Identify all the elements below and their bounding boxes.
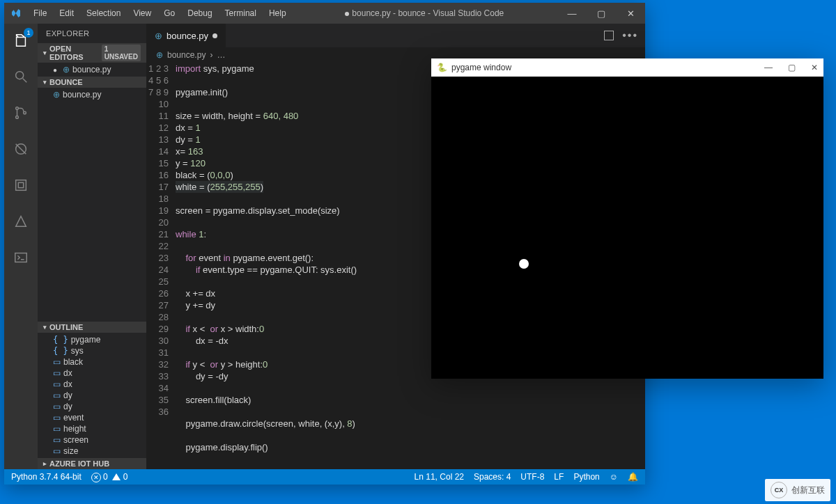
breadcrumb-sep: › — [210, 50, 212, 60]
outline-label: black — [63, 357, 83, 367]
python-file-icon: ⊕ — [53, 90, 60, 100]
split-editor-icon[interactable] — [604, 31, 614, 40]
svg-rect-7 — [15, 253, 27, 262]
watermark-logo-icon: CX — [771, 482, 787, 498]
search-icon[interactable] — [10, 65, 32, 88]
azure-icon[interactable] — [10, 210, 32, 233]
folder-head[interactable]: ▾ BOUNCE — [38, 77, 146, 88]
variable-icon: ▭ — [53, 368, 61, 378]
outline-item[interactable]: ▭ screen — [38, 434, 146, 446]
status-enc[interactable]: UTF-8 — [520, 472, 544, 482]
menu-help[interactable]: Help — [263, 6, 292, 21]
outline-item[interactable]: ▭ dy — [38, 390, 146, 401]
status-python[interactable]: Python 3.7.4 64-bit — [11, 472, 82, 482]
open-editor-item[interactable]: ⊕ bounce.py — [38, 64, 146, 75]
chevron-down-icon: ▾ — [43, 49, 47, 56]
debug-icon[interactable] — [10, 138, 32, 160]
python-file-icon: ⊕ — [63, 65, 70, 74]
console-icon[interactable] — [10, 246, 32, 269]
status-problems[interactable]: ✕ 0 0 — [91, 472, 128, 482]
outline-item[interactable]: ▭ dy — [38, 401, 146, 412]
window-title: bounce.py - bounce - Visual Studio Code — [292, 8, 557, 18]
menu-go[interactable]: Go — [158, 6, 180, 21]
python-file-icon: ⊕ — [155, 31, 162, 41]
svg-point-3 — [24, 111, 26, 114]
ball-icon — [519, 259, 529, 269]
svg-point-1 — [16, 107, 19, 110]
azure-head[interactable]: ▸ AZURE IOT HUB — [38, 458, 146, 469]
unsaved-badge: 1 UNSAVED — [102, 45, 141, 61]
pygame-title: pygame window — [451, 63, 511, 72]
outline-item[interactable]: { } pygame — [38, 334, 146, 345]
python-file-icon: ⊕ — [156, 50, 163, 60]
breadcrumb-rest: … — [217, 50, 225, 60]
tab-bounce[interactable]: ⊕ bounce.py — [146, 24, 226, 47]
variable-icon: ▭ — [53, 435, 61, 445]
test-icon[interactable] — [10, 174, 32, 196]
open-editors-label: OPEN EDITORS — [49, 45, 99, 61]
maximize-button[interactable]: ▢ — [587, 3, 616, 24]
variable-icon: ▭ — [53, 357, 61, 367]
outline-item[interactable]: ▭ black — [38, 356, 146, 368]
outline-item[interactable]: ▭ size — [38, 446, 146, 457]
menu-view[interactable]: View — [127, 6, 157, 21]
menu-selection[interactable]: Selection — [81, 6, 126, 21]
open-editor-label: bounce.py — [72, 65, 111, 74]
close-button[interactable]: ✕ — [616, 3, 645, 24]
outline-label: dy — [63, 391, 72, 400]
status-bell-icon[interactable]: 🔔 — [628, 472, 638, 482]
outline-label: dx — [63, 379, 72, 389]
outline-item[interactable]: ▭ dx — [38, 379, 146, 390]
pg-maximize-button[interactable]: ▢ — [788, 63, 796, 72]
editor-more-icon[interactable]: ••• — [622, 29, 638, 42]
file-item[interactable]: ⊕ bounce.py — [38, 89, 146, 100]
outline-item[interactable]: ▭ dx — [38, 368, 146, 379]
variable-icon: ▭ — [53, 413, 61, 423]
status-pos[interactable]: Ln 11, Col 22 — [415, 472, 464, 482]
status-lang[interactable]: Python — [573, 472, 599, 482]
outline-label: screen — [63, 435, 88, 445]
status-spaces[interactable]: Spaces: 4 — [474, 472, 511, 482]
tab-label: bounce.py — [167, 31, 208, 41]
watermark-text: 创新互联 — [791, 485, 825, 496]
outline-label: dx — [63, 368, 72, 378]
outline-item[interactable]: { } sys — [38, 345, 146, 356]
chevron-right-icon: ▸ — [43, 460, 47, 467]
chevron-down-icon: ▾ — [43, 79, 47, 86]
breadcrumb-file: bounce.py — [167, 50, 206, 60]
pg-minimize-button[interactable]: — — [764, 63, 773, 72]
azure-label: AZURE IOT HUB — [49, 459, 109, 468]
outline-label: event — [63, 413, 84, 423]
variable-icon: ▭ — [53, 391, 61, 400]
explorer-icon[interactable]: 1 — [10, 29, 32, 52]
menu-debug[interactable]: Debug — [182, 6, 217, 21]
outline-label: OUTLINE — [49, 323, 83, 331]
outline-item[interactable]: ▭ height — [38, 423, 146, 434]
outline-item[interactable]: ▭ event — [38, 412, 146, 423]
menu-file[interactable]: File — [28, 6, 52, 21]
source-control-icon[interactable] — [10, 102, 32, 124]
titlebar: File Edit Selection View Go Debug Termin… — [4, 3, 645, 24]
unsaved-dot-icon — [345, 12, 349, 16]
watermark: CX 创新互联 — [765, 479, 830, 501]
outline-label: sys — [71, 346, 84, 356]
pg-close-button[interactable]: ✕ — [811, 63, 818, 72]
open-editors-head[interactable]: ▾ OPEN EDITORS 1 UNSAVED — [38, 43, 146, 63]
tab-bar: ⊕ bounce.py ••• — [146, 24, 645, 47]
outline-label: height — [63, 424, 86, 434]
pygame-canvas — [431, 77, 823, 379]
sidebar-title: EXPLORER — [38, 24, 146, 43]
pygame-window: 🐍 pygame window — ▢ ✕ — [431, 58, 823, 379]
outline-head[interactable]: ▾ OUTLINE — [38, 322, 146, 333]
menu-terminal[interactable]: Terminal — [219, 6, 262, 21]
menu-edit[interactable]: Edit — [54, 6, 79, 21]
variable-icon: ▭ — [53, 379, 61, 389]
variable-icon: ▭ — [53, 424, 61, 434]
status-feedback-icon[interactable]: ☺ — [610, 472, 618, 482]
svg-point-0 — [16, 72, 24, 79]
warning-icon — [112, 473, 121, 480]
minimize-button[interactable]: — — [557, 3, 587, 24]
status-eol[interactable]: LF — [554, 472, 564, 482]
error-icon: ✕ — [91, 473, 101, 482]
explorer-badge: 1 — [24, 28, 33, 38]
